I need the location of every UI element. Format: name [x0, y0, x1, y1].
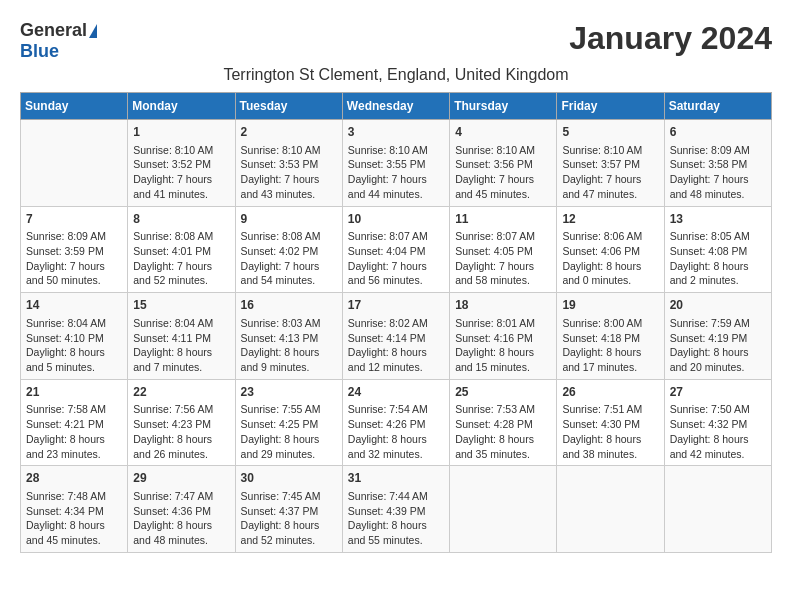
calendar-day-cell: 8Sunrise: 8:08 AM Sunset: 4:01 PM Daylig… — [128, 206, 235, 293]
day-info: Sunrise: 8:00 AM Sunset: 4:18 PM Dayligh… — [562, 316, 658, 375]
day-info: Sunrise: 7:53 AM Sunset: 4:28 PM Dayligh… — [455, 402, 551, 461]
day-number: 11 — [455, 211, 551, 228]
day-number: 8 — [133, 211, 229, 228]
calendar-day-cell: 10Sunrise: 8:07 AM Sunset: 4:04 PM Dayli… — [342, 206, 449, 293]
calendar-header-cell: Thursday — [450, 93, 557, 120]
calendar-day-cell: 21Sunrise: 7:58 AM Sunset: 4:21 PM Dayli… — [21, 379, 128, 466]
calendar-day-cell: 11Sunrise: 8:07 AM Sunset: 4:05 PM Dayli… — [450, 206, 557, 293]
day-info: Sunrise: 8:10 AM Sunset: 3:57 PM Dayligh… — [562, 143, 658, 202]
calendar-header-row: SundayMondayTuesdayWednesdayThursdayFrid… — [21, 93, 772, 120]
calendar-day-cell: 25Sunrise: 7:53 AM Sunset: 4:28 PM Dayli… — [450, 379, 557, 466]
calendar-week-row: 14Sunrise: 8:04 AM Sunset: 4:10 PM Dayli… — [21, 293, 772, 380]
calendar-body: 1Sunrise: 8:10 AM Sunset: 3:52 PM Daylig… — [21, 120, 772, 553]
day-number: 3 — [348, 124, 444, 141]
calendar-day-cell: 1Sunrise: 8:10 AM Sunset: 3:52 PM Daylig… — [128, 120, 235, 207]
day-info: Sunrise: 7:50 AM Sunset: 4:32 PM Dayligh… — [670, 402, 766, 461]
day-info: Sunrise: 8:06 AM Sunset: 4:06 PM Dayligh… — [562, 229, 658, 288]
calendar-day-cell: 23Sunrise: 7:55 AM Sunset: 4:25 PM Dayli… — [235, 379, 342, 466]
calendar-day-cell: 6Sunrise: 8:09 AM Sunset: 3:58 PM Daylig… — [664, 120, 771, 207]
calendar-day-cell: 29Sunrise: 7:47 AM Sunset: 4:36 PM Dayli… — [128, 466, 235, 553]
day-number: 20 — [670, 297, 766, 314]
month-title: January 2024 — [569, 20, 772, 57]
day-info: Sunrise: 7:54 AM Sunset: 4:26 PM Dayligh… — [348, 402, 444, 461]
day-info: Sunrise: 8:04 AM Sunset: 4:10 PM Dayligh… — [26, 316, 122, 375]
day-info: Sunrise: 7:51 AM Sunset: 4:30 PM Dayligh… — [562, 402, 658, 461]
calendar-header-cell: Tuesday — [235, 93, 342, 120]
calendar-day-cell: 9Sunrise: 8:08 AM Sunset: 4:02 PM Daylig… — [235, 206, 342, 293]
calendar-day-cell: 7Sunrise: 8:09 AM Sunset: 3:59 PM Daylig… — [21, 206, 128, 293]
day-info: Sunrise: 8:03 AM Sunset: 4:13 PM Dayligh… — [241, 316, 337, 375]
day-number: 2 — [241, 124, 337, 141]
day-number: 17 — [348, 297, 444, 314]
day-number: 21 — [26, 384, 122, 401]
calendar-week-row: 21Sunrise: 7:58 AM Sunset: 4:21 PM Dayli… — [21, 379, 772, 466]
day-info: Sunrise: 7:58 AM Sunset: 4:21 PM Dayligh… — [26, 402, 122, 461]
calendar-day-cell: 14Sunrise: 8:04 AM Sunset: 4:10 PM Dayli… — [21, 293, 128, 380]
day-number: 16 — [241, 297, 337, 314]
day-info: Sunrise: 8:10 AM Sunset: 3:53 PM Dayligh… — [241, 143, 337, 202]
day-number: 22 — [133, 384, 229, 401]
calendar-day-cell: 28Sunrise: 7:48 AM Sunset: 4:34 PM Dayli… — [21, 466, 128, 553]
day-info: Sunrise: 8:09 AM Sunset: 3:58 PM Dayligh… — [670, 143, 766, 202]
logo-blue-text: Blue — [20, 41, 59, 62]
day-number: 18 — [455, 297, 551, 314]
calendar-day-cell: 12Sunrise: 8:06 AM Sunset: 4:06 PM Dayli… — [557, 206, 664, 293]
day-number: 10 — [348, 211, 444, 228]
day-info: Sunrise: 8:01 AM Sunset: 4:16 PM Dayligh… — [455, 316, 551, 375]
calendar-day-cell: 19Sunrise: 8:00 AM Sunset: 4:18 PM Dayli… — [557, 293, 664, 380]
logo-triangle-icon — [89, 24, 97, 38]
calendar-day-cell: 2Sunrise: 8:10 AM Sunset: 3:53 PM Daylig… — [235, 120, 342, 207]
calendar-day-cell: 4Sunrise: 8:10 AM Sunset: 3:56 PM Daylig… — [450, 120, 557, 207]
calendar-header-cell: Sunday — [21, 93, 128, 120]
day-number: 19 — [562, 297, 658, 314]
calendar-day-cell: 5Sunrise: 8:10 AM Sunset: 3:57 PM Daylig… — [557, 120, 664, 207]
calendar-day-cell: 30Sunrise: 7:45 AM Sunset: 4:37 PM Dayli… — [235, 466, 342, 553]
day-number: 13 — [670, 211, 766, 228]
day-number: 9 — [241, 211, 337, 228]
day-number: 28 — [26, 470, 122, 487]
calendar-day-cell: 24Sunrise: 7:54 AM Sunset: 4:26 PM Dayli… — [342, 379, 449, 466]
day-number: 31 — [348, 470, 444, 487]
day-info: Sunrise: 8:10 AM Sunset: 3:52 PM Dayligh… — [133, 143, 229, 202]
calendar-week-row: 28Sunrise: 7:48 AM Sunset: 4:34 PM Dayli… — [21, 466, 772, 553]
calendar-week-row: 1Sunrise: 8:10 AM Sunset: 3:52 PM Daylig… — [21, 120, 772, 207]
calendar-day-cell: 16Sunrise: 8:03 AM Sunset: 4:13 PM Dayli… — [235, 293, 342, 380]
calendar-day-cell: 18Sunrise: 8:01 AM Sunset: 4:16 PM Dayli… — [450, 293, 557, 380]
day-info: Sunrise: 8:10 AM Sunset: 3:56 PM Dayligh… — [455, 143, 551, 202]
calendar-day-cell — [664, 466, 771, 553]
day-info: Sunrise: 7:45 AM Sunset: 4:37 PM Dayligh… — [241, 489, 337, 548]
calendar-day-cell: 27Sunrise: 7:50 AM Sunset: 4:32 PM Dayli… — [664, 379, 771, 466]
day-info: Sunrise: 8:08 AM Sunset: 4:02 PM Dayligh… — [241, 229, 337, 288]
day-number: 30 — [241, 470, 337, 487]
day-number: 14 — [26, 297, 122, 314]
day-number: 1 — [133, 124, 229, 141]
day-info: Sunrise: 7:44 AM Sunset: 4:39 PM Dayligh… — [348, 489, 444, 548]
calendar-header-cell: Saturday — [664, 93, 771, 120]
day-info: Sunrise: 7:56 AM Sunset: 4:23 PM Dayligh… — [133, 402, 229, 461]
calendar-header-cell: Wednesday — [342, 93, 449, 120]
day-number: 7 — [26, 211, 122, 228]
day-number: 24 — [348, 384, 444, 401]
day-number: 6 — [670, 124, 766, 141]
day-number: 15 — [133, 297, 229, 314]
calendar-day-cell: 13Sunrise: 8:05 AM Sunset: 4:08 PM Dayli… — [664, 206, 771, 293]
day-info: Sunrise: 8:07 AM Sunset: 4:04 PM Dayligh… — [348, 229, 444, 288]
location-title: Terrington St Clement, England, United K… — [20, 66, 772, 84]
calendar-day-cell: 15Sunrise: 8:04 AM Sunset: 4:11 PM Dayli… — [128, 293, 235, 380]
day-info: Sunrise: 8:07 AM Sunset: 4:05 PM Dayligh… — [455, 229, 551, 288]
calendar-day-cell — [21, 120, 128, 207]
page-header: General Blue January 2024 — [20, 20, 772, 62]
calendar-header-cell: Monday — [128, 93, 235, 120]
day-number: 29 — [133, 470, 229, 487]
day-info: Sunrise: 8:02 AM Sunset: 4:14 PM Dayligh… — [348, 316, 444, 375]
calendar-day-cell: 17Sunrise: 8:02 AM Sunset: 4:14 PM Dayli… — [342, 293, 449, 380]
calendar-week-row: 7Sunrise: 8:09 AM Sunset: 3:59 PM Daylig… — [21, 206, 772, 293]
day-info: Sunrise: 7:48 AM Sunset: 4:34 PM Dayligh… — [26, 489, 122, 548]
day-number: 12 — [562, 211, 658, 228]
day-info: Sunrise: 8:05 AM Sunset: 4:08 PM Dayligh… — [670, 229, 766, 288]
calendar-day-cell: 22Sunrise: 7:56 AM Sunset: 4:23 PM Dayli… — [128, 379, 235, 466]
day-number: 23 — [241, 384, 337, 401]
day-number: 25 — [455, 384, 551, 401]
day-info: Sunrise: 8:10 AM Sunset: 3:55 PM Dayligh… — [348, 143, 444, 202]
day-info: Sunrise: 7:55 AM Sunset: 4:25 PM Dayligh… — [241, 402, 337, 461]
